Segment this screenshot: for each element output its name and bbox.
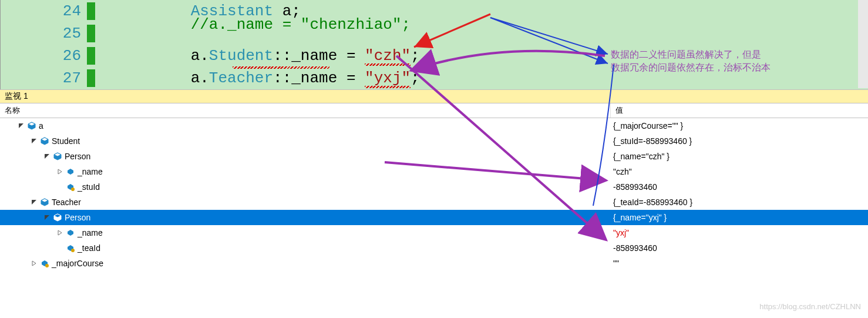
tree-name-cell[interactable]: a bbox=[0, 118, 611, 133]
collapse-icon[interactable] bbox=[43, 153, 51, 160]
tree-node-name: Person bbox=[65, 213, 90, 222]
tree-node-value: "czh" bbox=[611, 167, 868, 176]
code-ident: a. bbox=[191, 69, 209, 87]
watermark: https://blog.csdn.net/CZHLNN bbox=[759, 302, 861, 311]
scrollbar[interactable] bbox=[858, 0, 868, 88]
line-number: 27 bbox=[1, 69, 92, 87]
svg-marker-13 bbox=[68, 230, 73, 236]
field-icon bbox=[66, 228, 75, 237]
code-string: "yxj" bbox=[365, 69, 411, 87]
tree-node-value: "yxj" bbox=[611, 228, 868, 237]
expand-icon[interactable] bbox=[56, 168, 63, 175]
tree-row[interactable]: Person{_name="czh" } bbox=[0, 149, 868, 164]
tree-name-cell[interactable]: _name bbox=[0, 225, 611, 240]
tree-name-cell[interactable]: _stuId bbox=[0, 179, 611, 195]
tree-node-name: _name bbox=[78, 167, 103, 176]
obj-icon bbox=[40, 198, 49, 207]
annotation-text: 数据的二义性问题虽然解决了，但是 数据冗余的问题依然存在，治标不治本 bbox=[611, 48, 771, 74]
tree-row[interactable]: Person{_name="yxj" } bbox=[0, 210, 868, 225]
collapse-icon[interactable] bbox=[31, 138, 38, 145]
expand-icon[interactable] bbox=[31, 260, 38, 267]
tree-node-value: {_stuId=-858993460 } bbox=[611, 136, 868, 146]
tree-node-name: _name bbox=[78, 228, 103, 237]
code-class: Teacher bbox=[209, 69, 273, 87]
collapse-icon[interactable] bbox=[18, 122, 25, 129]
watch-tree[interactable]: a{_majorCourse="" }Student{_stuId=-85899… bbox=[0, 118, 868, 271]
tree-node-value: "" bbox=[611, 259, 868, 268]
tree-name-cell[interactable]: Person bbox=[0, 149, 611, 164]
annotation-line: 数据的二义性问题虽然解决了，但是 bbox=[611, 48, 771, 61]
line-number: 26 bbox=[1, 47, 92, 65]
tree-node-name: Student bbox=[52, 136, 80, 146]
obj-icon bbox=[53, 152, 62, 161]
tree-name-cell[interactable]: _majorCourse bbox=[0, 256, 611, 271]
fieldkey-icon bbox=[66, 182, 75, 192]
tree-node-value: {_name="czh" } bbox=[611, 152, 868, 161]
tree-row[interactable]: _majorCourse"" bbox=[0, 256, 868, 271]
tree-node-value: -858993460 bbox=[611, 182, 868, 192]
code-ident: ::_name = bbox=[273, 69, 365, 87]
tree-row[interactable]: _name"yxj" bbox=[0, 225, 868, 240]
annotation-line: 数据冗余的问题依然存在，治标不治本 bbox=[611, 61, 771, 74]
field-icon bbox=[66, 167, 75, 176]
tree-name-cell[interactable]: _teaId bbox=[0, 240, 611, 256]
obj-icon bbox=[40, 136, 49, 146]
tree-row[interactable]: a{_majorCourse="" } bbox=[0, 118, 868, 133]
expand-icon[interactable] bbox=[56, 229, 63, 236]
tree-row[interactable]: Teacher{_teaId=-858993460 } bbox=[0, 195, 868, 210]
svg-marker-6 bbox=[68, 169, 73, 175]
tree-node-value: -858993460 bbox=[611, 243, 868, 253]
tree-node-name: _stuId bbox=[78, 182, 100, 192]
svg-point-15 bbox=[71, 249, 75, 252]
tree-name-cell[interactable]: Person bbox=[0, 210, 611, 225]
svg-point-17 bbox=[45, 264, 49, 267]
expander-none bbox=[56, 183, 63, 190]
tree-row[interactable]: _teaId-858993460 bbox=[0, 240, 868, 256]
tree-node-value: {_teaId=-858993460 } bbox=[611, 198, 868, 207]
collapse-icon[interactable] bbox=[43, 214, 51, 221]
watch-col-value[interactable]: 值 bbox=[611, 103, 868, 118]
tree-row[interactable]: Student{_stuId=-858993460 } bbox=[0, 133, 868, 149]
tree-row[interactable]: _stuId-858993460 bbox=[0, 179, 868, 195]
obj-icon bbox=[27, 121, 36, 130]
watch-columns: 名称 值 bbox=[0, 103, 868, 118]
tree-row[interactable]: _name"czh" bbox=[0, 164, 868, 179]
svg-point-8 bbox=[71, 188, 75, 191]
fieldkey-icon bbox=[66, 243, 75, 253]
line-number: 24 bbox=[1, 2, 92, 20]
collapse-icon[interactable] bbox=[31, 199, 38, 206]
fieldkey-icon bbox=[40, 259, 49, 268]
tree-node-name: a bbox=[39, 121, 43, 130]
tree-node-name: Teacher bbox=[52, 198, 81, 207]
tree-node-name: Person bbox=[65, 152, 90, 161]
tree-node-value: {_name="yxj" } bbox=[611, 213, 868, 222]
tree-node-name: _majorCourse bbox=[52, 259, 103, 268]
tree-name-cell[interactable]: Student bbox=[0, 133, 611, 149]
tree-node-value: {_majorCourse="" } bbox=[611, 121, 868, 130]
line-number: 25 bbox=[1, 25, 92, 42]
code-text[interactable]: a.Teacher::_name = "yxj"; bbox=[92, 52, 420, 105]
tree-name-cell[interactable]: _name bbox=[0, 164, 611, 179]
watch-col-name[interactable]: 名称 bbox=[0, 103, 611, 118]
code-editor[interactable]: 24 Assistant a; 25 //a._name = "chenzhia… bbox=[0, 0, 868, 89]
code-op: ; bbox=[411, 69, 420, 87]
expander-none bbox=[56, 245, 63, 252]
obj-icon bbox=[53, 213, 62, 222]
tree-node-name: _teaId bbox=[78, 243, 100, 253]
tree-name-cell[interactable]: Teacher bbox=[0, 195, 611, 210]
